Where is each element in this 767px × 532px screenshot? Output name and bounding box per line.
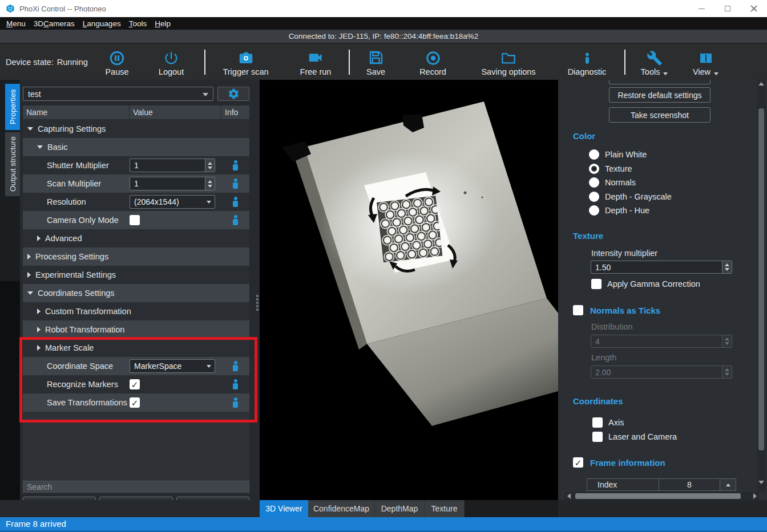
group-row-capturing-settings[interactable]: Capturing Settings [23, 120, 249, 138]
tools-button[interactable]: Tools [627, 44, 681, 80]
info-icon[interactable] [232, 178, 240, 189]
save-button[interactable]: Save [352, 44, 400, 80]
chevron-down-icon[interactable] [203, 196, 215, 208]
profile-combo[interactable]: test [23, 87, 213, 101]
color-option-depth-hue[interactable]: Depth - Hue [589, 205, 672, 216]
trigger-scan-button[interactable]: Trigger scan [207, 44, 284, 80]
collapsed-triangle-icon[interactable] [27, 272, 31, 278]
radio-plain-white[interactable] [589, 149, 599, 160]
coordinates-option-laser-and-camera[interactable]: Laser and Camera [592, 432, 677, 442]
horizontal-scrollbar-thumb[interactable] [575, 493, 741, 499]
group-row-coordinates-settings[interactable]: Coordinates Settings [23, 284, 249, 302]
spinner-arrows-icon[interactable] [722, 261, 732, 273]
property-row-camera-only-mode[interactable]: Camera Only Mode [23, 211, 249, 229]
normals-as-ticks-checkbox[interactable] [573, 305, 583, 315]
color-option-depth-grayscale[interactable]: Depth - Grayscale [589, 192, 672, 202]
3d-viewer-canvas[interactable] [260, 80, 558, 500]
coordinate-space-dropdown[interactable]: MarkerSpace [130, 359, 215, 373]
scan-multiplier-spinbox[interactable]: 1 [130, 177, 215, 190]
vertical-scrollbar-thumb[interactable] [758, 108, 764, 450]
property-row-scan-multiplier[interactable]: Scan Multiplier1 [23, 174, 249, 193]
group-row-robot-transformation[interactable]: Robot Transformation [23, 320, 249, 339]
diagnostic-button[interactable]: Diagnostic [551, 44, 623, 80]
group-row-experimental-settings[interactable]: Experimental Settings [23, 266, 249, 284]
property-row-resolution[interactable]: Resolution(2064x1544) [23, 193, 249, 211]
recognize-markers-checkbox[interactable] [130, 379, 140, 389]
maximize-icon[interactable] [714, 0, 741, 17]
record-button[interactable]: Record [400, 44, 466, 80]
color-option-normals[interactable]: Normals [589, 177, 672, 188]
radio-normals[interactable] [589, 177, 599, 188]
radio-texture[interactable] [589, 164, 599, 174]
collapsed-triangle-icon[interactable] [37, 327, 41, 332]
viewer-tab-3d-viewer[interactable]: 3D Viewer [260, 500, 308, 517]
view-button[interactable]: View [681, 44, 730, 80]
frame-information-checkbox[interactable] [573, 457, 583, 468]
group-row-marker-scale[interactable]: Marker Scale [23, 339, 249, 357]
restore-default-settings-button[interactable]: Restore default settings [609, 87, 711, 103]
info-icon[interactable] [232, 197, 240, 208]
close-icon[interactable] [741, 0, 767, 17]
horizontal-scrollbar[interactable] [565, 492, 759, 500]
group-row-custom-transformation[interactable]: Custom Transformation [23, 302, 249, 320]
collapsed-triangle-icon[interactable] [37, 308, 41, 314]
free-run-button[interactable]: Free run [284, 44, 347, 80]
viewer-tab-texture[interactable]: Texture [425, 500, 465, 517]
pause-button[interactable]: Pause [94, 44, 140, 80]
search-input[interactable] [23, 481, 249, 493]
expanded-triangle-icon[interactable] [27, 127, 33, 131]
menu-item-help[interactable]: Help [151, 19, 175, 28]
info-icon[interactable] [232, 215, 240, 226]
collapsed-triangle-icon[interactable] [27, 254, 31, 259]
table-scroll-up-icon[interactable] [720, 478, 736, 491]
scroll-left-icon[interactable] [567, 493, 571, 499]
laser-and-camera-checkbox[interactable] [592, 432, 603, 442]
intensity-multiplier-input[interactable]: 1.50 [591, 261, 732, 274]
expanded-triangle-icon[interactable] [27, 291, 33, 295]
spinner-arrows-icon[interactable] [205, 177, 215, 190]
minimize-icon[interactable] [688, 0, 714, 17]
tab-output-structure[interactable]: Output structure [5, 132, 20, 196]
take-screenshot-button[interactable]: Take screenshot [609, 107, 711, 123]
spin-down-icon[interactable] [208, 185, 212, 188]
scroll-up-icon[interactable] [758, 82, 764, 86]
vertical-scrollbar[interactable] [757, 80, 766, 492]
axis-checkbox[interactable] [592, 417, 603, 428]
tab-properties[interactable]: Properties [5, 84, 20, 130]
property-row-coordinate-space[interactable]: Coordinate SpaceMarkerSpace [23, 357, 249, 375]
save-transformations-checkbox[interactable] [130, 397, 140, 408]
logout-button[interactable]: Logout [140, 44, 203, 80]
property-row-shutter-multiplier[interactable]: Shutter Multiplier1 [23, 156, 249, 174]
viewer-tab-depthmap[interactable]: DepthMap [375, 500, 425, 517]
info-icon[interactable] [232, 361, 240, 372]
info-icon[interactable] [232, 379, 240, 390]
scroll-right-icon[interactable] [753, 493, 757, 499]
column-value[interactable]: Value [130, 105, 221, 119]
partial-button-top[interactable] [609, 80, 711, 84]
3d-viewer[interactable] [260, 80, 558, 500]
info-icon[interactable] [232, 397, 240, 408]
radio-depth-hue[interactable] [589, 205, 599, 216]
viewer-tab-confidencemap[interactable]: ConfidenceMap [308, 500, 375, 517]
spinner-arrows-icon[interactable] [205, 159, 215, 172]
expanded-triangle-icon[interactable] [37, 145, 43, 149]
spin-up-icon[interactable] [208, 180, 212, 183]
collapsed-triangle-icon[interactable] [37, 345, 41, 351]
camera-only-mode-checkbox[interactable] [130, 215, 140, 225]
collapsed-triangle-icon[interactable] [37, 235, 41, 241]
spin-up-icon[interactable] [208, 162, 212, 165]
group-row-processing-settings[interactable]: Processing Settings [23, 247, 249, 266]
column-info[interactable]: Info [221, 105, 249, 119]
resolution-dropdown[interactable]: (2064x1544) [130, 195, 215, 209]
coordinates-option-axis[interactable]: Axis [592, 417, 677, 428]
apply-gamma-correction-checkbox[interactable] [591, 279, 602, 289]
saving-options-button[interactable]: Saving options [466, 44, 551, 80]
color-option-texture[interactable]: Texture [589, 164, 672, 174]
settings-gear-button[interactable] [217, 87, 249, 101]
radio-depth-grayscale[interactable] [589, 192, 599, 202]
menu-item-menu[interactable]: Menu [2, 19, 30, 28]
shutter-multiplier-spinbox[interactable]: 1 [130, 159, 215, 172]
spin-down-icon[interactable] [208, 166, 212, 169]
property-row-recognize-markers[interactable]: Recognize Markers [23, 375, 249, 393]
group-row-basic[interactable]: Basic [23, 138, 249, 156]
